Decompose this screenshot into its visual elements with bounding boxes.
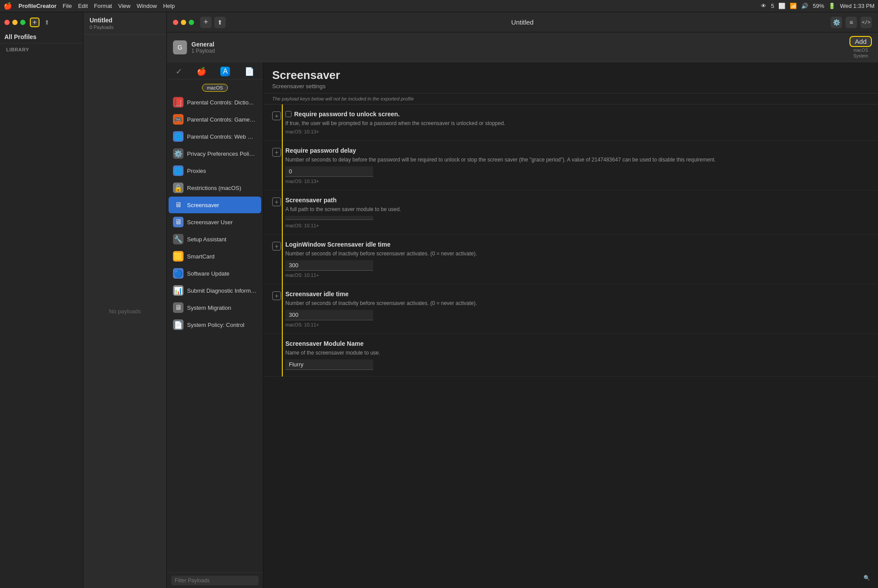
payload-item-0[interactable]: 📕Parental Controls: Dictio... [169, 94, 261, 111]
setting-value-screensaver-idle[interactable]: 300 [285, 310, 373, 320]
window-controls-2: + ⬆ [173, 17, 226, 28]
payload-item-8[interactable]: 🔧Setup Assistant [169, 231, 261, 247]
app-name[interactable]: ProfileCreator [18, 3, 57, 9]
content-title: Screensaver [272, 68, 869, 82]
svg-text:G: G [178, 44, 183, 51]
general-svg-icon: G [175, 43, 185, 52]
setting-add-button-password-delay[interactable]: + [272, 148, 281, 157]
maximize-button[interactable] [20, 20, 25, 25]
apple-menu[interactable]: 🍎 [4, 2, 12, 10]
window2-close[interactable] [173, 20, 178, 25]
main-area: + ⬆ Untitled ⚙️ ≡ </> G General 1 Payloa… [167, 12, 878, 588]
filter-tab-appstore[interactable]: A [220, 67, 230, 76]
payload-item-9[interactable]: 🟨SmartCard [169, 248, 261, 265]
payload-icon-13: 📄 [173, 319, 184, 330]
window-title: Untitled [511, 18, 534, 26]
all-profiles-label[interactable]: All Profiles [0, 31, 83, 43]
setting-add-button-loginwindow-idle[interactable]: + [272, 242, 281, 251]
add-tab-button[interactable]: + [200, 17, 212, 28]
code-icon[interactable]: </> [860, 17, 872, 28]
minimize-button[interactable] [12, 20, 18, 25]
setting-add-button-require-password[interactable]: + [272, 111, 281, 120]
menu-view[interactable]: View [118, 3, 130, 9]
setting-desc-module-name: Name of the screensaver module to use. [285, 349, 869, 357]
share-button-2[interactable]: ⬆ [214, 17, 226, 28]
titlebar-right: ⚙️ ≡ </> [831, 17, 872, 28]
setting-name-module-name: Screensaver Module Name [285, 340, 869, 347]
payload-icon-5: 🔒 [173, 183, 184, 193]
verified-icon: ✓ [176, 67, 182, 76]
list-icon[interactable]: ≡ [846, 17, 857, 28]
payload-item-13[interactable]: 📄System Policy: Control [169, 316, 261, 333]
add-button[interactable]: Add [849, 36, 872, 47]
payload-item-12[interactable]: 🖥System Migration [169, 299, 261, 316]
setting-value-loginwindow-idle[interactable]: 300 [285, 260, 373, 271]
content-note: The payload keys below will not be inclu… [263, 93, 878, 104]
setting-value-password-delay[interactable]: 0 [285, 166, 373, 177]
menu-window[interactable]: Window [137, 3, 157, 9]
filter-tab-apple[interactable]: 🍎 [197, 67, 206, 76]
profile-list-panel: Untitled 0 Payloads No payloads [83, 12, 167, 588]
content-subtitle: Screensaver settings [272, 83, 869, 90]
payload-icon-9: 🟨 [173, 251, 184, 262]
setting-macos-screensaver-path: macOS: 10.11+ [285, 223, 869, 228]
menu-edit[interactable]: Edit [78, 3, 88, 9]
apple-icon: 🍎 [197, 67, 206, 76]
setting-add-button-screensaver-path[interactable]: + [272, 197, 281, 206]
setting-desc-screensaver-path: A full path to the screen saver module t… [285, 205, 869, 213]
payload-item-6[interactable]: 🖥Screensaver [169, 197, 261, 213]
setting-name-password-delay: Require password delay [285, 147, 869, 154]
settings-icon[interactable]: ⚙️ [831, 17, 842, 28]
setting-content-require-password: Require password to unlock screen.If tru… [285, 111, 869, 134]
payload-icon-4: 🌐 [173, 165, 184, 176]
setting-checkbox-require-password[interactable] [285, 111, 291, 117]
setting-name-require-password: Require password to unlock screen. [285, 111, 869, 118]
setting-add-area-require-password: + [272, 111, 282, 120]
profile-item[interactable]: Untitled 0 Payloads [83, 12, 166, 35]
payload-name-13: System Policy: Control [187, 322, 245, 328]
search-input[interactable] [171, 576, 259, 585]
setting-value-module-name[interactable]: Flurry [285, 359, 373, 370]
payload-item-4[interactable]: 🌐Proxies [169, 162, 261, 179]
battery-icon: 🔋 [828, 3, 835, 9]
settings-scroll[interactable]: +Require password to unlock screen.If tr… [263, 104, 878, 588]
setting-value-screensaver-path[interactable] [285, 216, 373, 220]
window2-maximize[interactable] [189, 20, 194, 25]
content-header: Screensaver Screensaver settings [263, 62, 878, 93]
payload-icon-6: 🖥 [173, 200, 184, 210]
payload-item-5[interactable]: 🔒Restrictions (macOS) [169, 179, 261, 196]
macos-badge: macOS [202, 84, 228, 92]
payload-item-3[interactable]: ⚙️Privacy Preferences Policy... [169, 145, 261, 162]
content-area: Screensaver Screensaver settings The pay… [263, 62, 878, 588]
payload-item-11[interactable]: 📊Submit Diagnostic Informa... [169, 282, 261, 299]
app-window: + ⬆ All Profiles LIBRARY Untitled 0 Payl… [0, 12, 878, 588]
menubar-left: 🍎 ProfileCreator File Edit Format View W… [4, 2, 761, 10]
setting-desc-require-password: If true, the user will be prompted for a… [285, 119, 869, 127]
share-button[interactable]: ⬆ [42, 18, 52, 27]
menu-format[interactable]: Format [94, 3, 112, 9]
payload-name-0: Parental Controls: Dictio... [187, 99, 253, 106]
status-icon-5: 5 [771, 3, 774, 9]
payload-item-7[interactable]: 🖥Screensaver User [169, 214, 261, 230]
payload-name-12: System Migration [187, 305, 231, 311]
menu-help[interactable]: Help [163, 3, 175, 9]
add-profile-button[interactable]: + [30, 18, 40, 27]
filter-tab-doc[interactable]: 📄 [245, 67, 254, 76]
window2-minimize[interactable] [181, 20, 186, 25]
menu-file[interactable]: File [63, 3, 72, 9]
setting-content-screensaver-idle: Screensaver idle timeNumber of seconds o… [285, 290, 869, 327]
status-icon-airplay: ⬜ [778, 3, 785, 9]
filter-tab-verified[interactable]: ✓ [176, 67, 182, 76]
payload-icon-1: 🎮 [173, 114, 184, 125]
setting-name-screensaver-path: Screensaver path [285, 197, 869, 204]
setting-row-password-delay: +Require password delayNumber of seconds… [263, 141, 878, 190]
profile-name: Untitled [90, 17, 160, 24]
close-button[interactable] [4, 20, 10, 25]
payload-name-5: Restrictions (macOS) [187, 185, 241, 191]
payload-icon-7: 🖥 [173, 217, 184, 227]
payload-item-10[interactable]: 🔵Software Update [169, 265, 261, 282]
payload-item-2[interactable]: 🌐Parental Controls: Web Co... [169, 128, 261, 145]
setting-add-button-screensaver-idle[interactable]: + [272, 291, 281, 300]
setting-macos-require-password: macOS: 10.13+ [285, 129, 869, 134]
payload-item-1[interactable]: 🎮Parental Controls: Game C... [169, 111, 261, 128]
